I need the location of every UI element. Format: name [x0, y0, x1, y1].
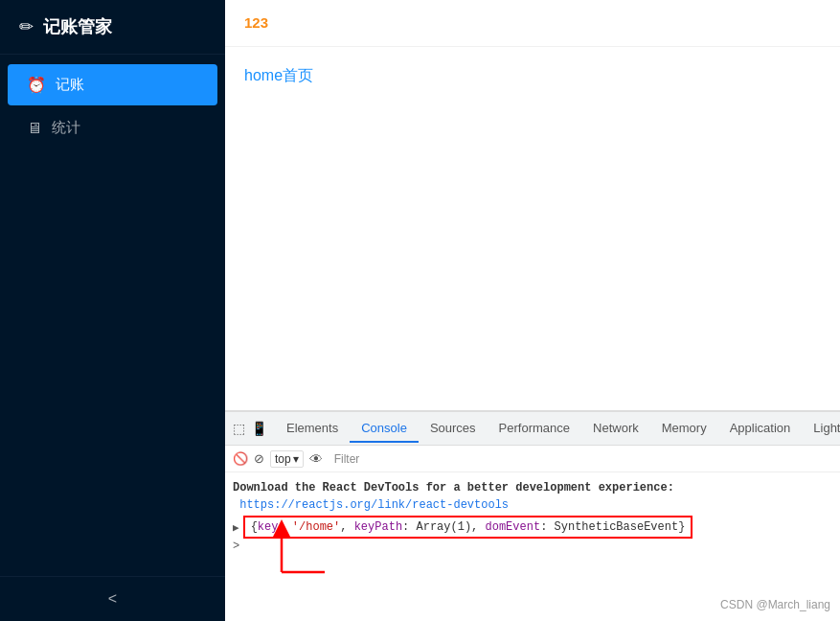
sidebar: ✏ 记账管家 ⏰ 记账 🖥 统计 < [0, 0, 225, 621]
console-react-devtools-msg: Download the React DevTools for a better… [233, 476, 832, 517]
collapse-icon: < [108, 590, 117, 608]
sidebar-nav: ⏰ 记账 🖥 统计 [0, 55, 225, 576]
devtools-icon-device[interactable]: 📱 [251, 421, 267, 436]
tab-application[interactable]: Application [718, 415, 803, 443]
console-object-line: ▶ {key: '/home', keyPath: Array(1), domE… [233, 517, 832, 538]
tab-elements[interactable]: Elements [275, 415, 350, 443]
content-body: home首页 [225, 47, 840, 410]
devtools-toolbar: 🚫 ⊘ top ▾ 👁 Filter [225, 446, 840, 472]
sidebar-item-tongji[interactable]: 🖥 统计 [8, 107, 217, 149]
console-msg-bold: Download the React DevTools for a better… [233, 481, 674, 494]
content-number: 123 [244, 14, 268, 31]
tab-lighthouse[interactable]: Lighthouse [802, 415, 840, 443]
devtools-panel: ⬚ 📱 Elements Console Sources Performance… [225, 410, 840, 621]
react-devtools-link[interactable]: https://reactjs.org/link/react-devtools [239, 498, 509, 512]
eye-icon[interactable]: 👁 [309, 451, 323, 467]
devtools-icon-inspect[interactable]: ⬚ [233, 421, 245, 436]
console-object-text: {key: '/home', keyPath: Array(1), domEve… [243, 516, 693, 539]
home-title: home首页 [244, 67, 313, 83]
stop-icon[interactable]: ⊘ [254, 451, 264, 466]
devtools-tab-icons: ⬚ 📱 [233, 421, 267, 436]
edit-icon: ✏ [19, 16, 34, 37]
watermark: CSDN @March_liang [720, 598, 830, 611]
clock-icon: ⏰ [27, 76, 46, 94]
content-area: 123 home首页 [225, 0, 840, 410]
context-selector[interactable]: top ▾ [270, 450, 304, 468]
sidebar-collapse-button[interactable]: < [0, 576, 225, 621]
tab-console[interactable]: Console [350, 415, 419, 443]
tab-memory[interactable]: Memory [650, 415, 718, 443]
clear-console-icon[interactable]: 🚫 [233, 451, 248, 466]
chevron-down-icon: ▾ [293, 452, 299, 466]
filter-placeholder[interactable]: Filter [329, 450, 832, 468]
console-object-box-container: {key: '/home', keyPath: Array(1), domEve… [243, 520, 693, 534]
sidebar-item-jizhang[interactable]: ⏰ 记账 [8, 64, 217, 105]
content-top: 123 [225, 0, 840, 47]
tab-performance[interactable]: Performance [488, 415, 581, 443]
sidebar-item-tongji-label: 统计 [52, 119, 80, 137]
sidebar-title: 记账管家 [43, 15, 112, 38]
expand-arrow[interactable]: ▶ [233, 521, 239, 534]
context-label: top [275, 452, 291, 466]
sidebar-header: ✏ 记账管家 [0, 0, 225, 55]
devtools-tabs-bar: ⬚ 📱 Elements Console Sources Performance… [225, 412, 840, 446]
tab-network[interactable]: Network [581, 415, 650, 443]
console-prompt-symbol: > [233, 540, 239, 553]
console-empty-prompt: > [233, 538, 832, 555]
tab-sources[interactable]: Sources [419, 415, 488, 443]
sidebar-item-jizhang-label: 记账 [56, 76, 84, 94]
monitor-icon: 🖥 [27, 120, 42, 137]
